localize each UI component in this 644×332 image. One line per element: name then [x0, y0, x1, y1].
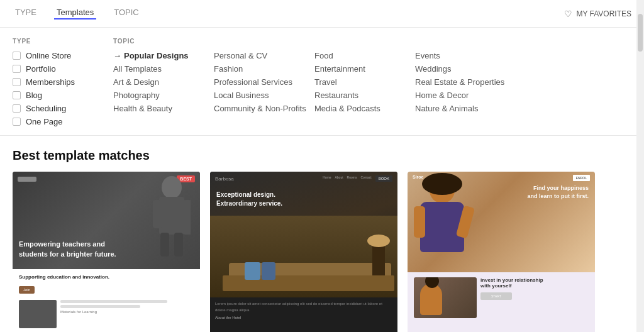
- card-2-bottom: Lorem ipsum dolor sit amet consectetur a…: [210, 297, 397, 332]
- type-filter-col: TYPE Online Store Portfolio Memberships …: [13, 38, 113, 130]
- checkbox-portfolio[interactable]: [13, 65, 21, 73]
- main-container: TYPE Templates TOPIC ♡ MY FAVORITES TYPE…: [0, 0, 644, 332]
- card-3-sub-title: Invest in your relationshipwith yourself: [480, 277, 589, 289]
- checkbox-one-page[interactable]: [13, 118, 21, 126]
- checkbox-scheduling[interactable]: [13, 104, 21, 113]
- top-nav: TYPE Templates TOPIC ♡ MY FAVORITES: [0, 0, 644, 28]
- filter-blog-label: Blog: [26, 91, 42, 100]
- topic-col-3: Food Entertainment Travel Restaurants Me…: [314, 38, 415, 130]
- svg-rect-3: [183, 200, 191, 235]
- topic-all-templates[interactable]: All Templates: [113, 64, 208, 74]
- card-3-badge: ENROL: [573, 175, 590, 181]
- card-3-bottom: Invest in your relationshipwith yourself…: [408, 272, 595, 332]
- topic-popular-designs[interactable]: Popular Designs: [113, 51, 208, 60]
- checkbox-memberships[interactable]: [13, 78, 21, 86]
- card-1-bottom: Supporting education and innovation. Joi…: [13, 269, 200, 332]
- top-nav-left: TYPE Templates TOPIC: [13, 8, 142, 19]
- nav-item-type[interactable]: TYPE: [13, 8, 39, 19]
- topic-col4-spacer: [415, 38, 509, 45]
- card-1-hero-text: Empowering teachers andstudents for a br…: [19, 240, 194, 259]
- card-2-hero-text: Exceptional design.Extraordinary service…: [216, 191, 282, 208]
- type-label: TYPE: [13, 38, 113, 45]
- topic-nature-animals[interactable]: Nature & Animals: [415, 104, 509, 113]
- topic-travel[interactable]: Travel: [314, 77, 409, 87]
- card-2-book-badge: BOOK: [375, 175, 392, 182]
- card-1-cta[interactable]: Join: [19, 286, 35, 294]
- topic-health-beauty[interactable]: Health & Beauty: [113, 104, 208, 113]
- topic-fashion[interactable]: Fashion: [214, 64, 308, 74]
- filter-memberships-label: Memberships: [26, 77, 75, 87]
- woman-arm-left: [414, 206, 425, 238]
- filter-one-page-label: One Page: [26, 117, 63, 126]
- lamp-stand: [372, 244, 385, 275]
- topic-photography[interactable]: Photography: [113, 91, 208, 100]
- filter-memberships[interactable]: Memberships: [13, 77, 113, 87]
- card-1-hero: BEST Empowering teachers andstudents for…: [13, 172, 200, 269]
- filter-scheduling-label: Scheduling: [26, 104, 66, 113]
- template-card-3[interactable]: Siroe ENROL Find your happinessand learn…: [408, 172, 595, 332]
- scrollbar-track[interactable]: [636, 0, 644, 332]
- topic-entertainment[interactable]: Entertainment: [314, 64, 409, 74]
- woman2-body: [420, 284, 442, 315]
- topic-community-nonprofits[interactable]: Community & Non-Profits: [214, 104, 308, 113]
- favorites-label: MY FAVORITES: [576, 9, 631, 18]
- scrollbar-thumb[interactable]: [638, 14, 643, 52]
- topic-col-2: Personal & CV Fashion Professional Servi…: [214, 38, 314, 130]
- cushion-1: [245, 262, 260, 280]
- card-3-button[interactable]: START: [480, 292, 512, 300]
- nav-item-topic[interactable]: TOPIC: [111, 8, 142, 19]
- card-1-subtitle: Supporting education and innovation.: [19, 274, 194, 280]
- cushion-2: [262, 262, 275, 280]
- card-3-hero-text: Find your happinessand learn to put it f…: [501, 184, 589, 200]
- topic-media-podcasts[interactable]: Media & Podcasts: [314, 104, 409, 113]
- topic-weddings[interactable]: Weddings: [415, 64, 509, 74]
- card-2-interior: [210, 216, 397, 297]
- topic-events[interactable]: Events: [415, 51, 509, 60]
- filter-online-store[interactable]: Online Store: [13, 51, 113, 60]
- topic-filter-area: TOPIC Popular Designs All Templates Art …: [113, 38, 631, 130]
- card-1-img-text: Materials for Learning: [60, 300, 194, 328]
- filter-one-page[interactable]: One Page: [13, 117, 113, 126]
- card-3-woman-area: [411, 172, 486, 272]
- topic-real-estate[interactable]: Real Estate & Properties: [415, 77, 509, 87]
- topic-food[interactable]: Food: [314, 51, 409, 60]
- filter-scheduling[interactable]: Scheduling: [13, 104, 113, 113]
- woman-hair: [422, 173, 462, 195]
- topic-col2-spacer: [214, 38, 308, 45]
- heart-icon: ♡: [564, 9, 572, 19]
- topic-home-decor[interactable]: Home & Decor: [415, 91, 509, 100]
- topic-art-design[interactable]: Art & Design: [113, 77, 208, 87]
- topic-col-1: TOPIC Popular Designs All Templates Art …: [113, 38, 214, 130]
- topic-personal-cv[interactable]: Personal & CV: [214, 51, 308, 60]
- checkbox-online-store[interactable]: [13, 52, 21, 60]
- lamp-shade: [367, 235, 390, 247]
- svg-rect-2: [153, 200, 162, 228]
- card-2-bottom-label: About the Hotel: [215, 316, 392, 319]
- card-2-nav: HomeAboutRoomsContact BOOK: [323, 175, 392, 182]
- card-3-sub-img: [414, 277, 477, 318]
- topic-local-business[interactable]: Local Business: [214, 91, 308, 100]
- favorites-button[interactable]: ♡ MY FAVORITES: [564, 9, 631, 19]
- topic-restaurants[interactable]: Restaurants: [314, 91, 409, 100]
- card-1-img: [19, 300, 57, 328]
- topic-col-4: Events Weddings Real Estate & Properties…: [415, 38, 516, 130]
- card-1-brand: [18, 177, 36, 182]
- card-3-sub-text-area: Invest in your relationshipwith yourself…: [480, 277, 589, 318]
- filter-area: TYPE Online Store Portfolio Memberships …: [0, 28, 644, 136]
- nav-item-templates[interactable]: Templates: [54, 8, 96, 19]
- card-3-hero: Siroe ENROL Find your happinessand learn…: [408, 172, 595, 272]
- filter-portfolio[interactable]: Portfolio: [13, 64, 113, 74]
- filter-online-store-label: Online Store: [26, 51, 71, 60]
- topic-label: TOPIC: [113, 38, 208, 45]
- section-title: Best template matches: [0, 136, 644, 172]
- template-card-1[interactable]: BEST Empowering teachers andstudents for…: [13, 172, 200, 332]
- checkbox-blog[interactable]: [13, 91, 21, 99]
- card-2-bar: Barbosa HomeAboutRoomsContact BOOK: [210, 172, 397, 185]
- card-2-hero: Barbosa HomeAboutRoomsContact BOOK Excep…: [210, 172, 397, 297]
- card-2-brand: Barbosa: [215, 176, 234, 182]
- template-card-2[interactable]: Barbosa HomeAboutRoomsContact BOOK Excep…: [210, 172, 397, 332]
- topic-professional-services[interactable]: Professional Services: [214, 77, 308, 87]
- svg-rect-1: [159, 197, 184, 235]
- card-1-img-section: Materials for Learning: [19, 300, 194, 328]
- filter-blog[interactable]: Blog: [13, 91, 113, 100]
